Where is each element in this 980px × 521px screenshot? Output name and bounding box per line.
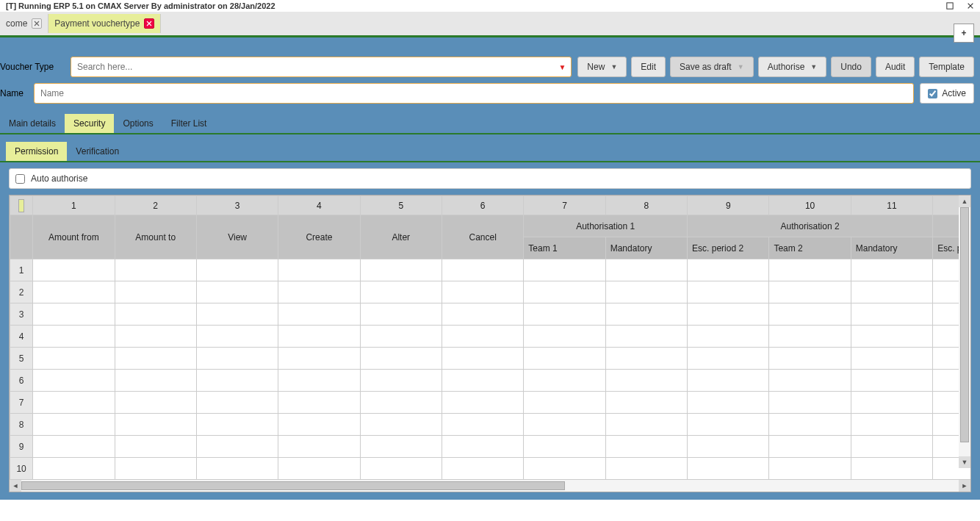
grid-cell[interactable] <box>33 303 115 326</box>
grid-cell[interactable] <box>442 436 523 458</box>
grid-cell[interactable] <box>33 414 115 436</box>
grid-cell[interactable] <box>278 348 360 370</box>
grid-cell[interactable] <box>524 259 605 281</box>
grid-cell[interactable] <box>442 392 523 414</box>
window-maximize-icon[interactable] <box>946 2 954 10</box>
grid-cell[interactable] <box>115 414 196 436</box>
row-num[interactable]: 3 <box>10 303 33 326</box>
grid-cell[interactable] <box>360 326 442 348</box>
tab-payment-vouchertype[interactable]: Payment vouchertype <box>48 14 161 33</box>
grid-cell[interactable] <box>524 348 605 370</box>
auto-authorise-checkbox[interactable] <box>15 174 25 184</box>
col-num[interactable]: 2 <box>115 196 196 215</box>
grid-cell[interactable] <box>688 370 769 392</box>
grid-cell[interactable] <box>769 392 851 414</box>
grid-cell[interactable] <box>115 259 196 281</box>
grid-cell[interactable] <box>769 458 851 480</box>
grid-cell[interactable] <box>442 259 523 281</box>
grid-cell[interactable] <box>115 436 196 458</box>
grid-cell[interactable] <box>278 281 360 303</box>
tab-options[interactable]: Options <box>114 114 162 133</box>
grid-cell[interactable] <box>605 458 687 480</box>
grid-cell[interactable] <box>196 281 278 303</box>
grid-cell[interactable] <box>524 458 605 480</box>
col-team2[interactable]: Team 2 <box>769 237 851 259</box>
grid-cell[interactable] <box>442 370 523 392</box>
horizontal-scrollbar[interactable]: ◄ ► <box>10 480 970 492</box>
voucher-type-input[interactable] <box>71 57 572 77</box>
tab-filter-list[interactable]: Filter List <box>162 114 216 133</box>
grid-cell[interactable] <box>196 370 278 392</box>
grid-cell[interactable] <box>851 348 932 370</box>
grid-cell[interactable] <box>360 370 442 392</box>
grid-cell[interactable] <box>115 458 196 480</box>
col-auth2[interactable]: Authorisation 2 <box>688 215 933 237</box>
grid-cell[interactable] <box>688 259 769 281</box>
grid-cell[interactable] <box>851 303 932 326</box>
grid-cell[interactable] <box>196 392 278 414</box>
grid-cell[interactable] <box>33 392 115 414</box>
grid-cell[interactable] <box>688 436 769 458</box>
grid-cell[interactable] <box>605 392 687 414</box>
grid-cell[interactable] <box>605 326 687 348</box>
grid-cell[interactable] <box>278 326 360 348</box>
grid-cell[interactable] <box>769 348 851 370</box>
grid-cell[interactable] <box>442 326 523 348</box>
edit-button[interactable]: Edit <box>631 57 666 77</box>
grid-cell[interactable] <box>360 348 442 370</box>
col-esc2[interactable]: Esc. period 2 <box>688 237 769 259</box>
close-icon[interactable] <box>32 18 42 29</box>
grid-cell[interactable] <box>278 436 360 458</box>
grid-cell[interactable] <box>769 436 851 458</box>
col-alter[interactable]: Alter <box>360 215 442 259</box>
grid-cell[interactable] <box>688 326 769 348</box>
grid-cell[interactable] <box>524 370 605 392</box>
grid-cell[interactable] <box>688 392 769 414</box>
row-num[interactable]: 7 <box>10 392 33 414</box>
grid-cell[interactable] <box>360 414 442 436</box>
grid-cell[interactable] <box>33 436 115 458</box>
grid-cell[interactable] <box>33 348 115 370</box>
grid-cell[interactable] <box>360 259 442 281</box>
row-num[interactable]: 1 <box>10 259 33 281</box>
col-num[interactable]: 6 <box>442 196 523 215</box>
grid-cell[interactable] <box>605 303 687 326</box>
grid-cell[interactable] <box>196 414 278 436</box>
grid-cell[interactable] <box>278 303 360 326</box>
row-num[interactable]: 9 <box>10 436 33 458</box>
undo-button[interactable]: Undo <box>831 57 871 77</box>
grid-cell[interactable] <box>115 348 196 370</box>
grid-cell[interactable] <box>851 392 932 414</box>
grid-cell[interactable] <box>605 436 687 458</box>
col-num[interactable]: 11 <box>851 196 932 215</box>
scroll-track[interactable] <box>21 480 959 492</box>
tab-security[interactable]: Security <box>65 114 114 133</box>
grid-cell[interactable] <box>605 259 687 281</box>
grid-cell[interactable] <box>278 259 360 281</box>
scroll-thumb[interactable] <box>960 207 969 442</box>
grid-cell[interactable] <box>851 414 932 436</box>
grid-cell[interactable] <box>33 281 115 303</box>
scroll-left-icon[interactable]: ◄ <box>10 480 21 492</box>
col-amount-to[interactable]: Amount to <box>115 215 196 259</box>
grid-cell[interactable] <box>442 281 523 303</box>
grid-cell[interactable] <box>196 303 278 326</box>
grid-cell[interactable] <box>769 303 851 326</box>
col-create[interactable]: Create <box>278 215 360 259</box>
grid-cell[interactable] <box>851 326 932 348</box>
grid-cell[interactable] <box>33 259 115 281</box>
grid-cell[interactable] <box>115 281 196 303</box>
grid-cell[interactable] <box>33 458 115 480</box>
grid-cell[interactable] <box>442 414 523 436</box>
authorise-button[interactable]: Authorise ▼ <box>758 57 827 77</box>
col-team1[interactable]: Team 1 <box>524 237 605 259</box>
scroll-track[interactable] <box>959 207 970 456</box>
col-num[interactable]: 4 <box>278 196 360 215</box>
col-num[interactable]: 10 <box>769 196 851 215</box>
active-checkbox-input[interactable] <box>928 89 937 98</box>
grid-cell[interactable] <box>196 259 278 281</box>
col-num[interactable]: 9 <box>688 196 769 215</box>
grid-cell[interactable] <box>769 326 851 348</box>
scroll-thumb[interactable] <box>21 481 565 490</box>
grid-cell[interactable] <box>442 348 523 370</box>
